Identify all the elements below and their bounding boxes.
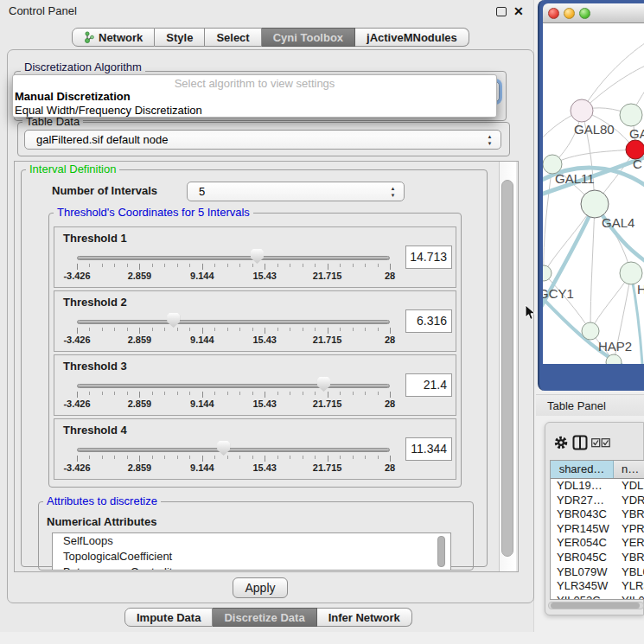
- algorithm-dropdown-popup: Select algorithm to view settings Manual…: [12, 74, 497, 118]
- network-node[interactable]: [581, 190, 609, 218]
- slider-ticks: [77, 264, 390, 271]
- slider-tick-label: 21.715: [313, 462, 342, 473]
- threshold-value-field[interactable]: 14.713: [405, 245, 452, 269]
- slider-track[interactable]: [77, 448, 390, 452]
- slider-ticks: [77, 456, 390, 462]
- tab-cyni-toolbox[interactable]: Cyni Toolbox: [262, 28, 355, 47]
- cell-name: YPR1: [614, 522, 644, 537]
- panel-title: Control Panel: [0, 0, 534, 22]
- cell-name: YER0: [614, 536, 644, 551]
- tab-select[interactable]: Select: [205, 28, 261, 47]
- split-columns-icon[interactable]: [572, 435, 588, 450]
- network-node[interactable]: [543, 265, 552, 281]
- zoom-traffic-light-icon[interactable]: [579, 8, 590, 19]
- slider-tick-labels: -3.4262.8599.14415.4321.71528: [77, 335, 390, 347]
- control-panel: Control Panel ✕ Network Style Select Cyn…: [0, 0, 534, 632]
- column-header-name[interactable]: n…: [614, 461, 644, 478]
- slider-track[interactable]: [77, 256, 390, 260]
- threshold-slider[interactable]: -3.4262.8599.14415.4321.71528: [77, 227, 390, 289]
- node-label: GAL11: [555, 171, 595, 186]
- network-node[interactable]: [571, 99, 593, 122]
- tab-network[interactable]: Network: [72, 28, 155, 47]
- attributes-group-title: Attributes to discretize: [43, 495, 161, 507]
- attribute-list-item[interactable]: TopologicalCoefficient: [53, 549, 450, 564]
- slider-tick-label: 21.715: [313, 335, 342, 345]
- slider-track[interactable]: [77, 384, 390, 388]
- table-row[interactable]: YER054CYER0: [551, 536, 644, 551]
- slider-thumb[interactable]: [317, 377, 330, 392]
- tab-label: Infer Network: [328, 611, 400, 624]
- threshold-value-field[interactable]: 21.4: [405, 373, 452, 397]
- cell-name: YBL0: [614, 565, 644, 580]
- column-header-shared-name[interactable]: shared…: [551, 461, 614, 478]
- threshold-slider[interactable]: -3.4262.8599.14415.4321.71528: [77, 355, 390, 417]
- table-hscrollbar-thumb[interactable]: [551, 603, 640, 609]
- table-row[interactable]: YLR345WYLR3: [551, 579, 644, 594]
- tab-impute-data[interactable]: Impute Data: [124, 608, 213, 627]
- threshold-slider[interactable]: -3.4262.8599.14415.4321.71528: [77, 419, 390, 481]
- algorithm-option-equal-width[interactable]: Equal Width/Frequency Discretization: [15, 104, 493, 118]
- slider-thumb[interactable]: [217, 441, 230, 456]
- close-traffic-light-icon[interactable]: [548, 8, 559, 19]
- threshold-slider[interactable]: -3.4262.8599.14415.4321.71528: [77, 291, 390, 353]
- tab-label: Discretize Data: [224, 611, 304, 624]
- minimize-traffic-light-icon[interactable]: [564, 8, 575, 19]
- tab-jactivemnodules[interactable]: jActiveMNodules: [355, 28, 469, 47]
- attribute-list-item[interactable]: BetweennessCentrality: [53, 564, 450, 571]
- mouse-cursor: [525, 304, 536, 321]
- slider-ticks: [77, 328, 390, 335]
- tab-label: Style: [166, 31, 193, 44]
- algorithm-option-manual[interactable]: Manual Discretization: [15, 90, 493, 104]
- threshold-value-field[interactable]: 11.344: [405, 437, 452, 461]
- cell-name: YDR2: [614, 494, 644, 508]
- slider-track[interactable]: [77, 320, 390, 324]
- attributes-scrollbar-thumb[interactable]: [437, 536, 445, 567]
- cyni-bottom-tabs: Impute Data Discretize Data Infer Networ…: [124, 608, 412, 627]
- control-panel-tabs: Network Style Select Cyni Toolbox jActiv…: [72, 28, 469, 47]
- cell-shared-name: YER054C: [551, 536, 614, 551]
- gear-icon[interactable]: [553, 435, 569, 450]
- table-data-combobox[interactable]: galFiltered.sif default node ▲▼: [24, 130, 501, 150]
- float-window-icon[interactable]: [496, 7, 507, 16]
- tab-infer-network[interactable]: Infer Network: [317, 608, 412, 627]
- table-row[interactable]: YBL079WYBL0: [551, 565, 644, 580]
- table-row[interactable]: YDL19…YDL1: [551, 479, 644, 494]
- slider-thumb[interactable]: [251, 249, 264, 264]
- settings-scrollbar-thumb[interactable]: [501, 180, 513, 557]
- cell-shared-name: YIL052C: [551, 594, 614, 600]
- apply-button[interactable]: Apply: [233, 577, 288, 598]
- table-row[interactable]: YPR145WYPR1: [551, 522, 644, 537]
- number-of-intervals-combobox[interactable]: 5 ▲▼: [187, 182, 405, 201]
- tab-label: Select: [216, 31, 249, 44]
- threshold-panel: Threshold 3-3.4262.8599.14415.4321.71528…: [54, 354, 456, 416]
- slider-tick-label: -3.426: [63, 462, 90, 473]
- slider-tick-label: 21.715: [313, 399, 342, 409]
- node-label: C: [633, 156, 642, 171]
- slider-thumb[interactable]: [167, 313, 180, 328]
- threshold-value-field[interactable]: 6.316: [405, 309, 452, 333]
- table-row[interactable]: YBR043CYBR0: [551, 507, 644, 522]
- checkbox-icons[interactable]: [591, 438, 610, 448]
- slider-tick-label: 21.715: [313, 271, 342, 281]
- cell-name: YBR0: [614, 551, 644, 565]
- cell-name: YIL0: [614, 594, 644, 600]
- table-data-value: galFiltered.sif default node: [36, 131, 168, 150]
- table-row[interactable]: YIL052CYIL0: [551, 594, 644, 600]
- slider-tick-label: 9.144: [190, 271, 214, 281]
- attribute-list-item[interactable]: SelfLoops: [53, 533, 450, 549]
- thresholds-group-title: Threshold's Coordinates for 5 Intervals: [54, 207, 253, 219]
- cell-shared-name: YDR27…: [551, 494, 614, 508]
- tab-style[interactable]: Style: [155, 28, 205, 47]
- table-row[interactable]: YBR045CYBR0: [551, 551, 644, 565]
- slider-tick-label: 28: [385, 399, 395, 409]
- network-node[interactable]: [620, 104, 642, 126]
- cell-shared-name: YBR045C: [551, 551, 614, 565]
- network-canvas[interactable]: GAL80GACGAL11GAL4GCY1HHAP2: [543, 23, 644, 364]
- numerical-attributes-list[interactable]: SelfLoopsTopologicalCoefficientBetweenne…: [52, 532, 451, 571]
- slider-tick-label: -3.426: [63, 399, 90, 409]
- combo-stepper-icon: ▲▼: [486, 133, 494, 147]
- table-row[interactable]: YDR27…YDR2: [551, 494, 644, 508]
- network-node[interactable]: [582, 322, 599, 340]
- tab-discretize-data[interactable]: Discretize Data: [213, 608, 316, 627]
- close-icon[interactable]: ✕: [513, 3, 524, 19]
